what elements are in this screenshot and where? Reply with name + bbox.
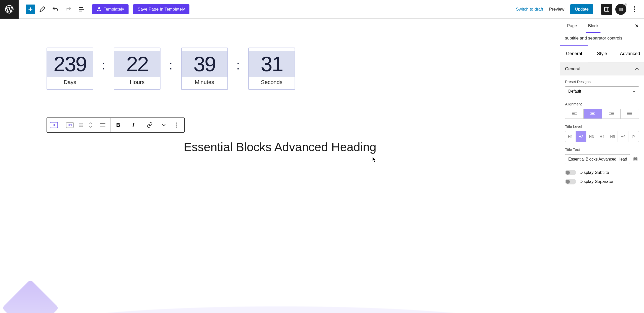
more-rich-text-button[interactable] <box>158 118 169 132</box>
svg-point-0 <box>98 7 100 9</box>
link-button[interactable] <box>141 118 158 132</box>
preview-button[interactable]: Preview <box>549 7 564 12</box>
toolbar-right-group: Switch to draft Preview Update <box>516 4 639 15</box>
drag-icon <box>79 123 83 127</box>
chevron-down-icon <box>632 90 636 93</box>
toolbar-left-group: Templately Save Page In Templately <box>19 3 189 15</box>
svg-rect-4 <box>605 7 609 11</box>
align-right-button[interactable] <box>602 109 620 119</box>
display-separator-label: Display Separator <box>580 179 614 184</box>
countdown-unit-hours: 22Hours <box>114 48 160 90</box>
countdown-value: 239 <box>47 51 93 77</box>
undo-button[interactable] <box>49 3 61 15</box>
title-text-input[interactable] <box>565 154 630 164</box>
switch-to-draft-link[interactable]: Switch to draft <box>516 7 543 12</box>
block-options-button[interactable] <box>169 118 184 132</box>
title-level-p[interactable]: P <box>628 131 639 142</box>
templately-label: Templately <box>104 7 124 12</box>
move-buttons[interactable] <box>86 118 95 132</box>
tab-page[interactable]: Page <box>565 19 579 32</box>
tab-block[interactable]: Block <box>586 19 601 33</box>
editor-layout: 239Days:22Hours:39Minutes:31Seconds H H1 <box>0 19 644 313</box>
sidebar-tabs: Page Block ✕ <box>560 19 644 33</box>
chevron-down-icon <box>162 124 166 127</box>
save-templately-button[interactable]: Save Page In Templately <box>133 4 189 14</box>
align-justify-button[interactable] <box>620 109 639 119</box>
title-level-h2[interactable]: H2 <box>576 131 586 142</box>
title-level-h4[interactable]: H4 <box>597 131 607 142</box>
align-button[interactable] <box>95 118 110 132</box>
countdown-separator: : <box>169 58 172 72</box>
align-left-button[interactable] <box>565 109 583 119</box>
heading-level-button[interactable]: H1 <box>64 118 76 132</box>
wordpress-icon <box>4 4 14 14</box>
countdown-label: Minutes <box>195 79 214 87</box>
settings-panel-button[interactable] <box>601 4 612 15</box>
heading-block-icon: H <box>50 122 58 128</box>
svg-point-13 <box>176 123 177 124</box>
italic-button[interactable]: I <box>126 118 141 132</box>
advanced-heading-block[interactable]: Essential Blocks Advanced Heading <box>6 140 554 154</box>
subtab-advanced[interactable]: Advanced <box>616 45 644 62</box>
display-subtitle-toggle[interactable] <box>565 170 576 175</box>
title-level-buttons: H1H2H3H4H5H6P <box>565 131 639 142</box>
pencil-icon <box>39 6 46 13</box>
countdown-separator: : <box>102 58 105 72</box>
countdown-label: Hours <box>130 79 145 87</box>
subtab-style[interactable]: Style <box>588 45 616 62</box>
undo-icon <box>52 6 59 13</box>
svg-point-10 <box>82 126 83 127</box>
subtab-general[interactable]: General <box>560 45 588 62</box>
dynamic-content-button[interactable] <box>632 156 639 163</box>
countdown-separator: : <box>236 58 240 72</box>
essential-blocks-button[interactable] <box>615 4 626 15</box>
title-text-label: Title Text <box>565 147 639 152</box>
block-description: subtitle and separator controls <box>560 33 644 42</box>
block-type-button[interactable]: H <box>47 118 61 132</box>
redo-button[interactable] <box>62 3 74 15</box>
edit-mode-button[interactable] <box>36 3 48 15</box>
templately-button[interactable]: Templately <box>92 4 129 14</box>
countdown-block[interactable]: 239Days:22Hours:39Minutes:31Seconds <box>6 19 554 90</box>
close-sidebar-button[interactable]: ✕ <box>635 23 639 28</box>
countdown-value: 31 <box>249 51 295 77</box>
block-toolbar: H H1 B <box>47 118 185 133</box>
stack-icon <box>618 6 624 12</box>
title-level-h1[interactable]: H1 <box>565 131 576 142</box>
title-level-h3[interactable]: H3 <box>586 131 597 142</box>
countdown-value: 39 <box>182 51 227 77</box>
align-center-button[interactable] <box>583 109 602 119</box>
settings-sidebar: Page Block ✕ subtitle and separator cont… <box>560 19 644 313</box>
list-view-button[interactable] <box>75 3 88 15</box>
add-block-button[interactable] <box>26 5 35 14</box>
svg-point-3 <box>99 10 99 11</box>
display-separator-toggle[interactable] <box>565 179 576 184</box>
save-templately-label: Save Page In Templately <box>138 7 185 12</box>
svg-text:H: H <box>53 124 55 127</box>
wordpress-logo[interactable] <box>0 0 19 19</box>
svg-point-15 <box>176 127 177 128</box>
countdown-label: Days <box>64 79 76 87</box>
database-icon <box>633 157 638 162</box>
decorative-wave <box>0 303 560 313</box>
plus-icon <box>27 6 34 13</box>
countdown-unit-days: 239Days <box>47 48 93 90</box>
editor-canvas[interactable]: 239Days:22Hours:39Minutes:31Seconds H H1 <box>0 19 560 313</box>
align-icon <box>100 123 106 127</box>
section-general-header[interactable]: General <box>560 62 644 75</box>
chevron-up-icon <box>89 122 92 125</box>
more-options-button[interactable] <box>629 6 639 12</box>
sidebar-panel-icon <box>604 6 610 12</box>
svg-point-7 <box>79 123 80 124</box>
kebab-icon <box>176 122 178 128</box>
block-settings-tabs: General Style Advanced <box>560 45 644 62</box>
drag-handle-button[interactable] <box>76 118 86 132</box>
preset-designs-value: Default <box>568 89 581 94</box>
update-button[interactable]: Update <box>570 4 593 14</box>
title-level-h5[interactable]: H5 <box>607 131 618 142</box>
section-general-title: General <box>565 66 580 71</box>
title-level-h6[interactable]: H6 <box>618 131 628 142</box>
bold-button[interactable]: B <box>111 118 126 132</box>
section-general-body: Preset Designs Default Alignment Title L… <box>560 75 644 192</box>
preset-designs-select[interactable]: Default <box>565 86 639 96</box>
